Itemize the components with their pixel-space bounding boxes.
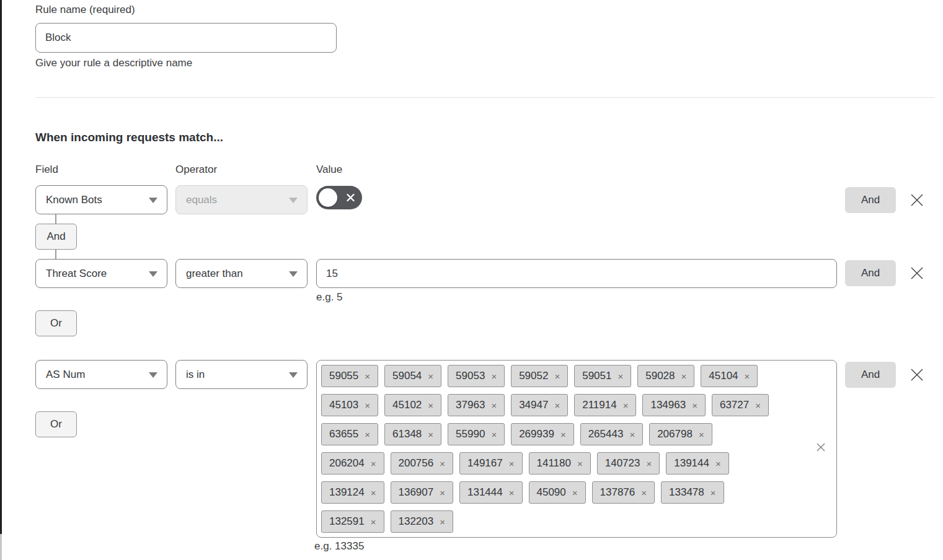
tag-label: 59052 <box>519 370 548 382</box>
tag-remove-icon[interactable]: × <box>440 517 445 527</box>
field-select-row2-value: Threat Score <box>46 268 107 280</box>
tag-remove-icon[interactable]: × <box>623 400 629 411</box>
as-num-tag[interactable]: 132203× <box>391 510 454 533</box>
rule-name-label: Rule name (required) <box>35 4 135 16</box>
as-num-tag[interactable]: 37963× <box>448 394 505 416</box>
tag-label: 137876 <box>600 486 635 499</box>
delete-row3-icon[interactable] <box>909 367 925 383</box>
tag-remove-icon[interactable]: × <box>699 429 704 440</box>
tag-remove-icon[interactable]: × <box>371 517 376 527</box>
tag-label: 59053 <box>456 370 485 382</box>
tag-remove-icon[interactable]: × <box>509 488 515 498</box>
tag-remove-icon[interactable]: × <box>692 400 697 411</box>
tag-remove-icon[interactable]: × <box>572 488 578 498</box>
or-connector-button-2[interactable]: Or <box>35 411 77 437</box>
connector-line <box>55 214 56 224</box>
as-num-tag[interactable]: 59053× <box>448 365 505 387</box>
tag-remove-icon[interactable]: × <box>577 458 583 469</box>
as-num-tag[interactable]: 206798× <box>649 423 712 445</box>
as-num-tag[interactable]: 132591× <box>321 510 384 533</box>
as-num-tag[interactable]: 137876× <box>592 481 655 504</box>
tag-remove-icon[interactable]: × <box>618 371 623 382</box>
tag-remove-icon[interactable]: × <box>554 400 560 411</box>
tag-remove-icon[interactable]: × <box>428 429 433 440</box>
chevron-down-icon <box>149 372 157 378</box>
clear-all-tags-icon[interactable] <box>815 442 826 453</box>
as-num-tag[interactable]: 211914× <box>574 394 636 416</box>
tag-remove-icon[interactable]: × <box>365 371 370 382</box>
tag-remove-icon[interactable]: × <box>491 400 497 411</box>
and-connector-button[interactable]: And <box>35 224 77 250</box>
as-num-tag[interactable]: 45104× <box>701 365 758 387</box>
as-num-tag[interactable]: 45090× <box>529 481 586 504</box>
tag-remove-icon[interactable]: × <box>629 429 635 440</box>
as-num-tag[interactable]: 59054× <box>384 365 441 387</box>
tag-remove-icon[interactable]: × <box>711 488 716 498</box>
tag-label: 140723 <box>605 457 640 470</box>
value-input-row2[interactable] <box>316 259 837 288</box>
tag-remove-icon[interactable]: × <box>365 400 370 411</box>
field-select-row1[interactable]: Known Bots <box>35 185 167 214</box>
as-num-tag[interactable]: 45102× <box>384 394 441 416</box>
tag-remove-icon[interactable]: × <box>440 488 445 498</box>
tag-remove-icon[interactable]: × <box>745 371 750 382</box>
operator-select-row3[interactable]: is in <box>175 360 308 389</box>
as-num-tag[interactable]: 139124× <box>321 481 384 504</box>
as-num-tag[interactable]: 34947× <box>511 394 568 416</box>
and-button-row1[interactable]: And <box>845 187 896 213</box>
as-num-tag[interactable]: 136907× <box>391 481 454 504</box>
tag-remove-icon[interactable]: × <box>491 371 497 382</box>
as-num-tag[interactable]: 149167× <box>459 452 523 475</box>
as-num-tag[interactable]: 59052× <box>511 365 568 387</box>
as-num-tag[interactable]: 206204× <box>321 452 384 475</box>
as-num-tag[interactable]: 55990× <box>448 423 505 445</box>
tag-remove-icon[interactable]: × <box>755 400 761 411</box>
delete-row1-icon[interactable] <box>909 192 925 208</box>
as-num-tag[interactable]: 63727× <box>712 394 769 416</box>
as-num-tag[interactable]: 265443× <box>580 423 644 445</box>
tag-remove-icon[interactable]: × <box>365 429 370 440</box>
as-num-tag[interactable]: 200756× <box>391 452 454 475</box>
as-num-tag[interactable]: 59028× <box>637 365 694 387</box>
field-select-row2[interactable]: Threat Score <box>35 259 167 288</box>
and-button-row3[interactable]: And <box>845 362 896 388</box>
as-num-tag[interactable]: 140723× <box>597 452 660 475</box>
known-bots-toggle[interactable] <box>316 186 362 209</box>
tag-remove-icon[interactable]: × <box>715 458 721 469</box>
as-num-tag[interactable]: 131444× <box>459 481 523 504</box>
operator-select-row2[interactable]: greater than <box>175 259 308 288</box>
tag-remove-icon[interactable]: × <box>428 371 433 382</box>
and-button-row2[interactable]: And <box>845 260 896 286</box>
tag-remove-icon[interactable]: × <box>371 458 376 469</box>
as-num-tag[interactable]: 133478× <box>661 481 724 504</box>
as-num-tag[interactable]: 59051× <box>574 365 631 387</box>
as-num-tag[interactable]: 45103× <box>321 394 378 416</box>
or-connector-button-1[interactable]: Or <box>35 310 77 336</box>
as-num-tag[interactable]: 61348× <box>384 423 441 445</box>
tag-remove-icon[interactable]: × <box>641 488 647 498</box>
tag-remove-icon[interactable]: × <box>509 458 515 469</box>
operator-select-row2-value: greater than <box>186 268 243 280</box>
rule-name-helper: Give your rule a descriptive name <box>35 57 192 69</box>
tag-label: 45090 <box>537 486 566 499</box>
tag-remove-icon[interactable]: × <box>681 371 687 382</box>
connector-line <box>55 250 56 259</box>
as-num-multivalue-input[interactable]: 59055×59054×59053×59052×59051×59028×4510… <box>316 360 837 538</box>
as-num-tag[interactable]: 141180× <box>529 452 591 475</box>
rule-name-input[interactable] <box>35 23 337 53</box>
as-num-tag[interactable]: 59055× <box>321 365 378 387</box>
panel-left-border <box>0 0 2 534</box>
as-num-tag[interactable]: 139144× <box>666 452 729 475</box>
tag-remove-icon[interactable]: × <box>428 400 433 411</box>
tag-remove-icon[interactable]: × <box>554 371 560 382</box>
field-select-row3[interactable]: AS Num <box>35 360 167 389</box>
as-num-tag[interactable]: 269939× <box>511 423 574 445</box>
tag-remove-icon[interactable]: × <box>646 458 652 469</box>
tag-remove-icon[interactable]: × <box>371 488 376 498</box>
as-num-tag[interactable]: 134963× <box>642 394 706 416</box>
tag-remove-icon[interactable]: × <box>560 429 566 440</box>
delete-row2-icon[interactable] <box>909 265 925 281</box>
tag-remove-icon[interactable]: × <box>491 429 497 440</box>
tag-remove-icon[interactable]: × <box>440 458 445 469</box>
as-num-tag[interactable]: 63655× <box>321 423 378 445</box>
